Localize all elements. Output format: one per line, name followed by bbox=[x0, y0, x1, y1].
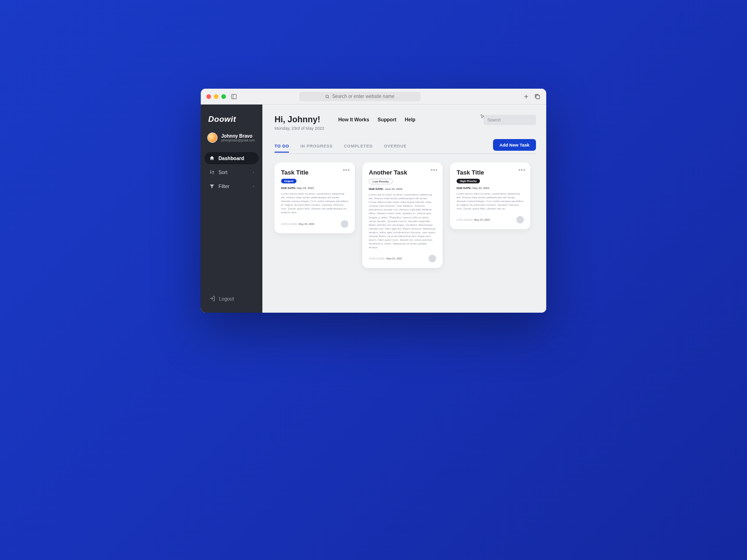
profile-name: Johnny Bravo bbox=[221, 133, 255, 139]
card-footer: DATE ADDED: May 23, 2022 bbox=[369, 255, 436, 262]
chrome-right bbox=[523, 93, 541, 100]
logout-icon bbox=[209, 295, 215, 301]
sidebar-item-filter[interactable]: Filter › bbox=[204, 180, 259, 192]
task-description: Lorem ipsum dolor sit amet, consectetur … bbox=[369, 193, 436, 249]
due-date: DUE DATE: May 20, 2022 bbox=[457, 187, 524, 189]
assignee-avatar bbox=[341, 220, 348, 228]
tab-todo[interactable]: TO DO bbox=[275, 141, 289, 152]
browser-window: Search or enter website name Doowit John… bbox=[201, 89, 546, 313]
submenu-indicator-icon: › bbox=[253, 170, 254, 175]
sidebar: Doowit Johnny Bravo johnnybravo@gmail.co… bbox=[201, 105, 262, 313]
search-input[interactable]: Search bbox=[484, 115, 536, 125]
home-icon bbox=[209, 155, 215, 161]
link-support[interactable]: Support bbox=[378, 117, 396, 122]
tab-overdue[interactable]: OVERDUE bbox=[384, 141, 407, 152]
greeting-block: Hi, Johnny! Monday, 23rd of May 2022 bbox=[275, 115, 324, 131]
profile-email: johnnybravo@gmail.com bbox=[221, 139, 255, 142]
priority-badge: Low Priority bbox=[369, 179, 393, 184]
minimize-window-icon[interactable] bbox=[214, 94, 218, 99]
task-card[interactable]: ••• Another Task Low Priority DUE DATE: … bbox=[362, 162, 443, 268]
due-date: DUE DATE: June 23, 2022 bbox=[369, 188, 436, 190]
sidebar-item-label: Filter bbox=[218, 183, 229, 189]
card-menu-icon[interactable]: ••• bbox=[430, 167, 438, 174]
sidebar-item-sort[interactable]: Sort › bbox=[204, 166, 259, 178]
assignee-avatar bbox=[429, 255, 436, 262]
window-controls bbox=[206, 94, 226, 99]
logout-label: Logout bbox=[219, 296, 234, 301]
task-description: Lorem ipsum dolor sit amet, consectetur … bbox=[457, 192, 524, 210]
card-footer: DATE ADDED: May 23, 2022 bbox=[457, 216, 524, 224]
address-bar[interactable]: Search or enter website name bbox=[299, 92, 421, 101]
svg-point-2 bbox=[326, 95, 329, 98]
assignee-avatar bbox=[516, 216, 524, 224]
main-content: Hi, Johnny! Monday, 23rd of May 2022 How… bbox=[262, 105, 546, 313]
date-added: DATE ADDED: May 23, 2022 bbox=[457, 218, 490, 221]
card-menu-icon[interactable]: ••• bbox=[518, 167, 526, 174]
app-root: Doowit Johnny Bravo johnnybravo@gmail.co… bbox=[201, 105, 546, 313]
cursor-icon bbox=[480, 113, 486, 121]
sidebar-item-label: Sort bbox=[218, 169, 227, 175]
priority-badge: High Priority bbox=[457, 179, 480, 183]
sidebar-item-dashboard[interactable]: Dashboard bbox=[204, 152, 259, 164]
task-title: Task Title bbox=[457, 169, 524, 176]
logout-button[interactable]: Logout bbox=[201, 292, 262, 305]
submenu-indicator-icon: › bbox=[253, 184, 254, 189]
task-card[interactable]: ••• Task Title High Priority DUE DATE: M… bbox=[450, 162, 530, 229]
due-date: DUE DATE: May 23, 2022 bbox=[281, 187, 348, 189]
new-tab-icon[interactable] bbox=[523, 93, 529, 100]
close-window-icon[interactable] bbox=[206, 94, 211, 99]
task-cards: ••• Task Title Urgent DUE DATE: May 23, … bbox=[275, 162, 536, 268]
task-title: Task Title bbox=[281, 169, 348, 176]
add-task-button[interactable]: Add New Task bbox=[493, 139, 536, 151]
tabs: TO DO IN PROGRESS COMPLETED OVERDUE Add … bbox=[275, 139, 536, 154]
link-how-it-works[interactable]: How It Works bbox=[338, 117, 369, 122]
svg-line-3 bbox=[328, 97, 329, 98]
sort-icon bbox=[209, 169, 215, 175]
brand-logo: Doowit bbox=[201, 115, 262, 124]
card-footer: DATE ADDED: May 23, 2022 bbox=[281, 220, 348, 228]
tab-completed[interactable]: COMPLETED bbox=[344, 141, 373, 152]
svg-rect-6 bbox=[536, 95, 540, 99]
card-menu-icon[interactable]: ••• bbox=[343, 167, 350, 174]
greeting: Hi, Johnny! bbox=[275, 115, 324, 125]
task-description: Lorem ipsum dolor sit amet, consectetur … bbox=[281, 192, 348, 215]
address-placeholder: Search or enter website name bbox=[332, 94, 394, 99]
maximize-window-icon[interactable] bbox=[221, 94, 226, 99]
browser-chrome: Search or enter website name bbox=[201, 89, 546, 105]
sidebar-toggle-group bbox=[231, 93, 237, 100]
top-links: How It Works Support Help bbox=[338, 117, 415, 122]
tabs-icon[interactable] bbox=[534, 93, 541, 100]
priority-badge: Urgent bbox=[281, 179, 296, 183]
filter-icon bbox=[209, 183, 215, 189]
task-card[interactable]: ••• Task Title Urgent DUE DATE: May 23, … bbox=[275, 162, 355, 233]
date-added: DATE ADDED: May 23, 2022 bbox=[281, 223, 314, 225]
topbar: Hi, Johnny! Monday, 23rd of May 2022 How… bbox=[275, 115, 536, 131]
profile[interactable]: Johnny Bravo johnnybravo@gmail.com bbox=[201, 124, 262, 149]
sidebar-toggle-icon[interactable] bbox=[231, 93, 237, 100]
search-placeholder: Search bbox=[487, 118, 501, 122]
sidebar-nav: Dashboard Sort › Filter › bbox=[201, 152, 262, 192]
avatar bbox=[207, 133, 218, 143]
svg-rect-0 bbox=[232, 94, 237, 98]
link-help[interactable]: Help bbox=[405, 117, 416, 122]
sidebar-item-label: Dashboard bbox=[218, 155, 244, 161]
current-date: Monday, 23rd of May 2022 bbox=[275, 126, 324, 131]
tab-in-progress[interactable]: IN PROGRESS bbox=[300, 141, 332, 152]
search-icon bbox=[325, 94, 330, 99]
task-title: Another Task bbox=[369, 169, 436, 176]
profile-text: Johnny Bravo johnnybravo@gmail.com bbox=[221, 133, 255, 142]
date-added: DATE ADDED: May 23, 2022 bbox=[369, 257, 402, 260]
